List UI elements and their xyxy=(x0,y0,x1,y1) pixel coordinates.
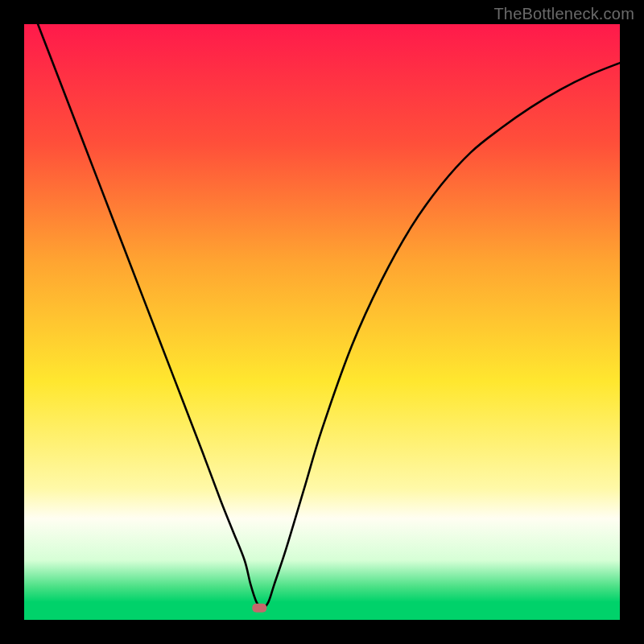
watermark-text: TheBottleneck.com xyxy=(493,5,634,23)
gradient-background xyxy=(24,24,620,620)
optimal-marker xyxy=(252,604,266,613)
plot-area xyxy=(24,24,620,620)
chart-frame: TheBottleneck.com xyxy=(0,0,644,644)
bottleneck-chart xyxy=(24,24,620,620)
